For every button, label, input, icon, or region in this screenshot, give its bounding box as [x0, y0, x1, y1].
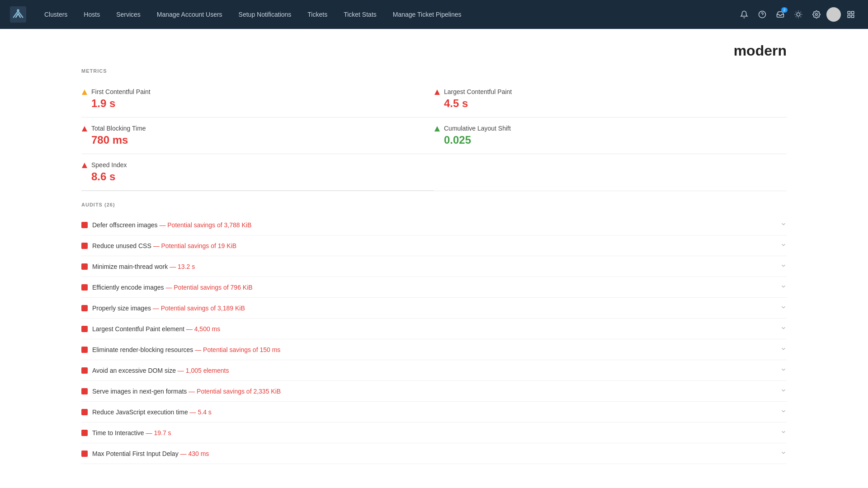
audit-text: Properly size images — Potential savings… — [92, 305, 776, 312]
audit-item[interactable]: Efficiently encode images — Potential sa… — [81, 277, 787, 298]
audit-item[interactable]: Minimize main-thread work — 13.2 s — [81, 256, 787, 277]
metric-first-contentful-paint: First Contentful Paint 1.9 s — [81, 81, 434, 117]
metric-label: Cumulative Layout Shift — [444, 125, 511, 132]
page-title: modern — [81, 42, 787, 59]
svg-point-13 — [816, 14, 818, 16]
audit-detail: — 5.4 s — [190, 408, 212, 416]
audit-item[interactable]: Eliminate render-blocking resources — Po… — [81, 339, 787, 360]
audit-severity-icon — [81, 367, 88, 374]
user-avatar[interactable] — [826, 7, 841, 22]
nav-link-services[interactable]: Services — [108, 0, 149, 29]
metric-empty — [434, 154, 787, 191]
metric-value: 780 ms — [91, 134, 146, 146]
audit-item[interactable]: Avoid an excessive DOM size — 1,005 elem… — [81, 360, 787, 381]
audit-severity-icon — [81, 305, 88, 311]
metric-cumulative-layout-shift: Cumulative Layout Shift 0.025 — [434, 117, 787, 154]
audit-item[interactable]: Serve images in next-gen formats — Poten… — [81, 381, 787, 402]
audit-text: Largest Contentful Paint element — 4,500… — [92, 325, 776, 333]
nav-link-tickets[interactable]: Tickets — [299, 0, 335, 29]
chevron-down-icon — [780, 408, 787, 416]
audit-detail: — Potential savings of 19 KiB — [153, 242, 236, 249]
audits-section: AUDITS (26) Defer offscreen images — Pot… — [81, 202, 787, 464]
audit-severity-icon — [81, 284, 88, 291]
audit-severity-icon — [81, 326, 88, 332]
nav-links: ClustersHostsServicesManage Account User… — [36, 0, 736, 29]
logo[interactable] — [9, 5, 27, 23]
navbar: ClustersHostsServicesManage Account User… — [0, 0, 868, 29]
audit-detail: — Potential savings of 3,788 KiB — [159, 221, 251, 229]
audit-text: Defer offscreen images — Potential savin… — [92, 221, 776, 229]
audit-detail: — Potential savings of 150 ms — [195, 346, 280, 353]
svg-marker-22 — [82, 163, 87, 168]
audit-detail: — 13.2 s — [170, 263, 195, 270]
audit-severity-icon — [81, 388, 88, 394]
inbox-badge: 2 — [781, 7, 788, 13]
audit-detail: — Potential savings of 796 KiB — [165, 284, 252, 291]
nav-link-setup-notifications[interactable]: Setup Notifications — [231, 0, 300, 29]
chevron-down-icon — [780, 429, 787, 436]
audit-item[interactable]: Defer offscreen images — Potential savin… — [81, 215, 787, 235]
nav-link-ticket-stats[interactable]: Ticket Stats — [335, 0, 385, 29]
audit-severity-icon — [81, 263, 88, 270]
nav-icons: 2 — [736, 6, 859, 23]
metric-label: Largest Contentful Paint — [444, 88, 512, 95]
metric-icon — [434, 126, 440, 133]
metric-label: First Contentful Paint — [91, 88, 151, 95]
audit-item[interactable]: Reduce JavaScript execution time — 5.4 s — [81, 402, 787, 422]
metric-icon — [434, 89, 440, 97]
inbox-button[interactable]: 2 — [772, 6, 788, 23]
audit-severity-icon — [81, 450, 88, 457]
svg-marker-20 — [82, 126, 87, 131]
metric-icon — [81, 162, 88, 170]
audit-detail: — Potential savings of 3,189 KiB — [153, 305, 245, 312]
nav-link-clusters[interactable]: Clusters — [36, 0, 75, 29]
audit-detail: — 430 ms — [180, 450, 209, 457]
notifications-button[interactable] — [736, 6, 752, 23]
metrics-section-label: METRICS — [81, 68, 787, 74]
svg-line-11 — [796, 17, 796, 17]
audit-text: Serve images in next-gen formats — Poten… — [92, 388, 776, 395]
chevron-down-icon — [780, 242, 787, 249]
help-button[interactable] — [754, 6, 770, 23]
metric-icon — [81, 89, 88, 97]
audit-text: Eliminate render-blocking resources — Po… — [92, 346, 776, 353]
main-content: modern METRICS First Contentful Paint 1.… — [0, 29, 868, 488]
metric-largest-contentful-paint: Largest Contentful Paint 4.5 s — [434, 81, 787, 117]
nav-link-manage-account-users[interactable]: Manage Account Users — [149, 0, 231, 29]
audit-severity-icon — [81, 243, 88, 249]
audits-section-label: AUDITS (26) — [81, 202, 787, 207]
audit-severity-icon — [81, 409, 88, 415]
audit-severity-icon — [81, 430, 88, 436]
audit-text: Reduce JavaScript execution time — 5.4 s — [92, 408, 776, 416]
audit-item[interactable]: Reduce unused CSS — Potential savings of… — [81, 235, 787, 256]
settings-button[interactable] — [808, 6, 825, 23]
grid-button[interactable] — [843, 6, 859, 23]
svg-line-12 — [801, 12, 801, 12]
metric-speed-index: Speed Index 8.6 s — [81, 154, 434, 191]
audit-detail: — 4,500 ms — [186, 325, 220, 333]
svg-point-1 — [17, 9, 19, 11]
audit-item[interactable]: Time to Interactive — 19.7 s — [81, 422, 787, 443]
svg-point-4 — [797, 13, 800, 16]
audit-text: Time to Interactive — 19.7 s — [92, 429, 776, 436]
audit-text: Reduce unused CSS — Potential savings of… — [92, 242, 776, 249]
chevron-down-icon — [780, 387, 787, 395]
audit-item[interactable]: Largest Contentful Paint element — 4,500… — [81, 319, 787, 339]
audit-detail: — Potential savings of 2,335 KiB — [189, 388, 281, 395]
svg-rect-15 — [852, 11, 854, 14]
metric-value: 4.5 s — [444, 97, 512, 110]
theme-button[interactable] — [790, 6, 807, 23]
audit-item[interactable]: Max Potential First Input Delay — 430 ms — [81, 443, 787, 464]
audit-text: Avoid an excessive DOM size — 1,005 elem… — [92, 367, 776, 374]
metric-value: 8.6 s — [91, 170, 127, 183]
chevron-down-icon — [780, 325, 787, 333]
chevron-down-icon — [780, 263, 787, 270]
audit-text: Efficiently encode images — Potential sa… — [92, 284, 776, 291]
chevron-down-icon — [780, 366, 787, 374]
metric-value: 1.9 s — [91, 97, 151, 110]
audit-detail: — 1,005 elements — [178, 367, 229, 374]
chevron-down-icon — [780, 346, 787, 353]
audit-item[interactable]: Properly size images — Potential savings… — [81, 298, 787, 319]
nav-link-hosts[interactable]: Hosts — [75, 0, 108, 29]
nav-link-manage-ticket-pipelines[interactable]: Manage Ticket Pipelines — [385, 0, 470, 29]
